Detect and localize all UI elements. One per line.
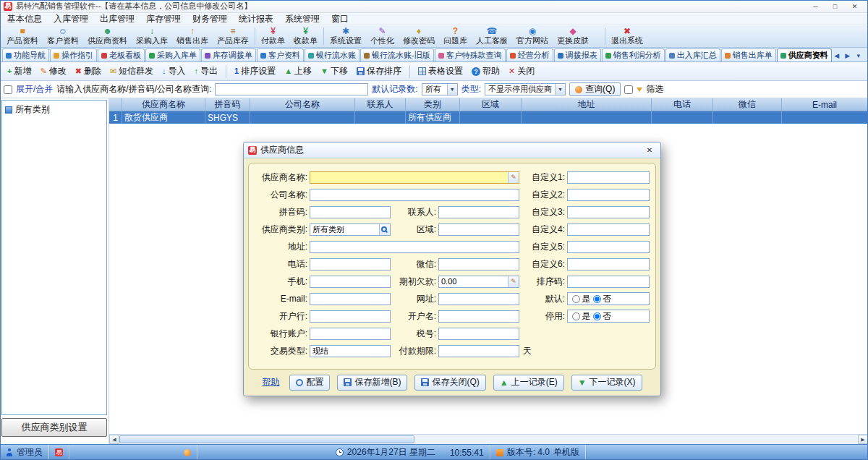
toolbar-receipt-bill[interactable]: ¥收款单 — [289, 25, 322, 47]
region-input[interactable] — [438, 223, 519, 236]
dialog-title-bar[interactable]: 易 供应商信息 ✕ — [244, 142, 660, 158]
column-contact[interactable]: 联系人 — [355, 98, 406, 111]
supplier-category-settings-button[interactable]: 供应商类别设置 — [1, 418, 107, 437]
disabled-no-radio[interactable] — [593, 312, 601, 320]
payment-term-input[interactable] — [438, 345, 519, 357]
custom6-input[interactable] — [567, 258, 650, 271]
tab-function-nav[interactable]: 功能导航 — [2, 48, 49, 61]
column-region[interactable]: 区域 — [460, 98, 522, 111]
tab-customer-special-query[interactable]: 客户特殊款查询 — [435, 48, 506, 61]
type-select[interactable]: 不显示停用供应商▼ — [485, 83, 566, 95]
trade-type-input[interactable] — [310, 345, 391, 357]
tab-operation-guide[interactable]: 操作指引 — [50, 48, 97, 61]
tab-transfer-report[interactable]: 调拨报表 — [554, 48, 601, 61]
toolbar-supplier-info[interactable]: ☻供应商资料 — [83, 25, 132, 47]
bank-input[interactable] — [310, 310, 391, 323]
browse-category-icon[interactable] — [379, 224, 390, 235]
menu-outbound[interactable]: 出库管理 — [94, 13, 140, 25]
column-wechat[interactable]: 微信 — [713, 98, 782, 111]
toolbar-official-website[interactable]: ◉官方网站 — [512, 25, 553, 47]
bank-account-name-input[interactable] — [438, 310, 519, 323]
website-input[interactable] — [438, 293, 519, 305]
scroll-left-icon[interactable]: ◀ — [109, 435, 119, 444]
toolbar-product-info[interactable]: ■产品资料 — [2, 25, 43, 47]
default-no-radio[interactable] — [593, 295, 601, 303]
filter-checkbox[interactable] — [624, 85, 633, 94]
custom5-input[interactable] — [567, 241, 650, 253]
opening-balance-input[interactable] — [439, 276, 508, 287]
delete-button[interactable]: ✖删除 — [72, 64, 105, 79]
dialog-help-link[interactable]: 帮助 — [262, 376, 279, 388]
new-button[interactable]: +新增 — [4, 64, 35, 79]
bank-account-input[interactable] — [310, 328, 391, 340]
tab-purchase-in-order[interactable]: 采购入库单 — [145, 48, 200, 61]
tab-stock-transfer-order[interactable]: 库存调拨单 — [201, 48, 256, 61]
status-orange-icon[interactable] — [184, 449, 191, 456]
import-button[interactable]: ↓导入 — [158, 64, 190, 79]
sort-code-input[interactable] — [567, 276, 650, 288]
menu-inventory[interactable]: 库存管理 — [140, 13, 187, 25]
menu-window[interactable]: 窗口 — [326, 13, 354, 25]
column-category[interactable]: 类别 — [406, 98, 460, 111]
menu-system[interactable]: 系统管理 — [279, 13, 326, 25]
tab-supplier-info[interactable]: 供应商资料 — [777, 48, 832, 61]
tab-sales-profit-analysis[interactable]: 销售利润分析 — [602, 48, 665, 61]
contact-input[interactable] — [438, 206, 519, 218]
close-tab-button[interactable]: ✕关闭 — [505, 64, 538, 79]
edit-button[interactable]: ✎修改 — [36, 64, 69, 79]
column-phone[interactable]: 电话 — [652, 98, 713, 111]
column-supplier-name[interactable]: 供应商名称 — [122, 98, 205, 111]
toolbar-purchase-in[interactable]: ↓采购入库 — [132, 25, 172, 47]
column-email[interactable]: E-mail — [782, 98, 868, 111]
toolbar-payment-bill[interactable]: ¥付款单 — [257, 25, 289, 47]
edit-pencil-icon[interactable]: ✎ — [508, 172, 519, 183]
close-button[interactable]: ✕ — [845, 1, 864, 12]
address-input[interactable] — [310, 241, 519, 253]
tab-scroll-right-icon[interactable]: ▶ — [843, 52, 852, 59]
tab-bank-statement-old[interactable]: 银行流水账-旧版 — [360, 48, 434, 61]
mobile-input[interactable] — [310, 276, 391, 288]
edit-pencil-icon[interactable]: ✎ — [508, 276, 519, 287]
save-close-button[interactable]: 保存关闭(Q) — [414, 375, 485, 391]
prev-record-button[interactable]: ▲上一记录(E) — [493, 375, 564, 391]
toolbar-personalize[interactable]: ✎个性化 — [366, 25, 399, 47]
tax-no-input[interactable] — [438, 328, 519, 340]
minimize-button[interactable]: ─ — [806, 1, 825, 12]
toolbar-customer-service[interactable]: ☎人工客服 — [472, 25, 512, 47]
tab-customer-info[interactable]: 客户资料 — [257, 48, 304, 61]
records-select[interactable]: 所有▼ — [422, 83, 458, 95]
tab-list-icon[interactable]: ▾ — [854, 52, 863, 59]
column-rownum[interactable] — [109, 98, 122, 111]
custom2-input[interactable] — [567, 189, 650, 201]
menu-basic-info[interactable]: 基本信息 — [1, 13, 48, 25]
custom1-input[interactable] — [567, 171, 650, 184]
export-button[interactable]: ↑导出 — [191, 64, 222, 79]
scrollbar-thumb[interactable] — [119, 435, 414, 443]
menu-reports[interactable]: 统计报表 — [233, 13, 279, 25]
column-pinyin[interactable]: 拼音码 — [205, 98, 250, 111]
phone-input[interactable] — [310, 258, 391, 271]
email-input[interactable] — [310, 293, 391, 305]
scrollbar-track[interactable] — [119, 435, 858, 444]
horizontal-scrollbar[interactable]: ◀ ▶ — [109, 434, 868, 444]
scroll-right-icon[interactable]: ▶ — [858, 435, 868, 444]
column-address[interactable]: 地址 — [522, 98, 652, 111]
next-record-button[interactable]: ▼下一记录(X) — [571, 375, 642, 391]
help-button[interactable]: ?帮助 — [468, 64, 503, 79]
pinyin-input[interactable] — [310, 206, 391, 218]
toolbar-product-stock[interactable]: ≡产品库存 — [213, 25, 253, 47]
company-name-input[interactable] — [310, 189, 519, 201]
query-button[interactable]: 查询(Q) — [569, 82, 621, 96]
tree-node-all-categories[interactable]: 所有类别 — [4, 103, 105, 116]
custom3-input[interactable] — [567, 206, 650, 218]
expand-collapse-checkbox[interactable] — [4, 85, 12, 94]
maximize-button[interactable]: □ — [825, 1, 845, 12]
tab-sales-out-order[interactable]: 销售出库单 — [721, 48, 776, 61]
toolbar-question-bank[interactable]: ?问题库 — [439, 25, 472, 47]
default-yes-radio[interactable] — [572, 295, 580, 303]
move-down-button[interactable]: ▼下移 — [317, 64, 352, 79]
save-new-button[interactable]: 保存新增(B) — [337, 375, 407, 391]
disabled-yes-radio[interactable] — [572, 312, 580, 320]
toolbar-exit-system[interactable]: ✖退出系统 — [607, 25, 647, 47]
grid-settings-button[interactable]: 表格设置 — [414, 64, 467, 79]
